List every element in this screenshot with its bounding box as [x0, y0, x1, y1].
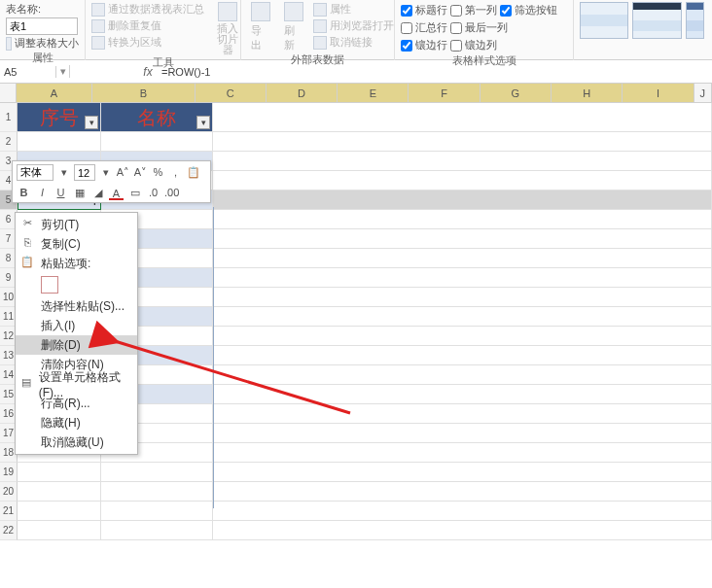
table-name-input[interactable]	[6, 17, 78, 35]
chk-header-row[interactable]: 标题行	[401, 3, 447, 17]
export-button[interactable]: 导出	[247, 2, 274, 52]
cells-rest-12[interactable]	[213, 327, 712, 346]
chk-first-col[interactable]: 第一列	[450, 3, 497, 17]
ctx-insert[interactable]: 插入(I)	[16, 316, 137, 335]
fx-icon[interactable]: fx	[138, 65, 158, 79]
dedup-button[interactable]: 删除重复值	[91, 18, 204, 33]
mini-fontcolor-button[interactable]: A	[109, 187, 124, 200]
cells-rest-11[interactable]	[213, 307, 712, 327]
resize-table-button[interactable]: 调整表格大小	[6, 36, 79, 51]
cells-rest-17[interactable]	[213, 424, 712, 443]
cell-B22[interactable]	[101, 521, 213, 540]
cells-rest-14[interactable]	[213, 365, 712, 385]
filter-button-B[interactable]: ▾	[196, 116, 210, 129]
mini-border-icon[interactable]: ▦	[72, 186, 87, 200]
header-cell-A1[interactable]: 序号▾	[18, 103, 101, 132]
ctx-hide[interactable]: 隐藏(H)	[16, 413, 137, 432]
mini-merge-icon[interactable]: ▭	[127, 186, 142, 200]
mini-decimal-inc-icon[interactable]: .0	[146, 186, 160, 200]
ctx-format-cells[interactable]: ▤设置单元格格式(F)...	[16, 374, 137, 394]
chk-banded-col[interactable]: 镶边列	[450, 38, 497, 52]
cells-rest-6[interactable]	[213, 210, 712, 229]
rowhead-21[interactable]: 21	[0, 502, 18, 521]
cells-rest-3[interactable]	[213, 152, 712, 171]
cell-B21[interactable]	[101, 502, 213, 521]
colhead-A[interactable]: A	[17, 84, 93, 103]
mini-decimal-dec-icon[interactable]: .00	[164, 186, 179, 200]
cell-B19[interactable]	[101, 463, 213, 482]
cells-rest-5[interactable]	[213, 190, 712, 210]
colhead-H[interactable]: H	[552, 84, 623, 103]
cell-A19[interactable]	[18, 463, 101, 482]
mini-underline-button[interactable]: U	[53, 186, 68, 200]
chk-banded-row[interactable]: 镶边行	[401, 38, 447, 52]
rowhead-20[interactable]: 20	[0, 482, 18, 502]
select-all-corner[interactable]	[0, 84, 17, 103]
mini-size-dropdown-icon[interactable]: ▾	[98, 165, 113, 180]
ext-props-button[interactable]: 属性	[313, 2, 394, 17]
refresh-button[interactable]: 刷新	[280, 2, 307, 52]
mini-comma-icon[interactable]: ,	[168, 165, 183, 180]
mini-font-select[interactable]	[17, 164, 53, 181]
insert-slicer-button[interactable]: 插入切片器	[210, 2, 245, 55]
chk-total-row[interactable]: 汇总行	[401, 20, 447, 35]
cells-rest-21[interactable]	[213, 502, 712, 521]
colhead-E[interactable]: E	[338, 84, 409, 103]
colhead-C[interactable]: C	[196, 84, 267, 103]
mini-grow-font-icon[interactable]: A˄	[116, 165, 130, 180]
cells-rest-19[interactable]	[213, 463, 712, 482]
colhead-D[interactable]: D	[267, 84, 338, 103]
mini-size-select[interactable]	[74, 164, 95, 181]
chk-filter[interactable]: 筛选按钮	[500, 3, 557, 17]
pivot-button[interactable]: 通过数据透视表汇总	[91, 2, 204, 17]
colhead-J[interactable]: J	[694, 84, 712, 103]
cells-rest-7[interactable]	[213, 229, 712, 249]
rowhead-22[interactable]: 22	[0, 521, 18, 540]
rowhead-19[interactable]: 19	[0, 463, 18, 482]
cells-rest-8[interactable]	[213, 249, 712, 268]
ctx-paste-options[interactable]: 📋粘贴选项:	[16, 254, 137, 273]
cells-rest-2[interactable]	[213, 132, 712, 152]
colhead-F[interactable]: F	[409, 84, 480, 103]
colhead-B[interactable]: B	[92, 84, 195, 103]
ctx-paste-clipboard[interactable]	[16, 273, 137, 296]
mini-bold-button[interactable]: B	[17, 186, 31, 200]
convert-button[interactable]: 转换为区域	[91, 35, 204, 50]
ctx-paste-special[interactable]: 选择性粘贴(S)...	[16, 296, 137, 316]
header-cell-B1[interactable]: 名称▾	[101, 103, 213, 132]
name-box[interactable]: A5	[0, 66, 56, 78]
cells-rest-18[interactable]	[213, 443, 712, 463]
cell-A20[interactable]	[18, 482, 101, 502]
table-style-swatch-2[interactable]	[632, 2, 681, 39]
open-browser-button[interactable]: 用浏览器打开	[313, 18, 394, 33]
cells-rest-13[interactable]	[213, 346, 712, 365]
mini-italic-button[interactable]: I	[35, 186, 50, 200]
ctx-cut[interactable]: ✂剪切(T)	[16, 215, 137, 234]
colhead-I[interactable]: I	[623, 84, 694, 103]
cells-rest-20[interactable]	[213, 482, 712, 502]
table-style-swatch-3[interactable]	[686, 2, 704, 39]
unlink-button[interactable]: 取消链接	[313, 35, 394, 50]
filter-button-A[interactable]: ▾	[85, 116, 98, 129]
cells-rest-4[interactable]	[213, 171, 712, 190]
rowhead-2[interactable]: 2	[0, 132, 18, 152]
cells-rest-22[interactable]	[213, 521, 712, 540]
ctx-unhide[interactable]: 取消隐藏(U)	[16, 432, 137, 452]
cell-A21[interactable]	[18, 502, 101, 521]
mini-font-dropdown-icon[interactable]: ▾	[56, 165, 71, 180]
ctx-delete[interactable]: 删除(D)	[16, 335, 137, 355]
mini-format-painter-icon[interactable]: 📋	[186, 165, 200, 180]
rowhead-1[interactable]: 1	[0, 103, 18, 132]
mini-percent-icon[interactable]: %	[151, 165, 165, 180]
formula-content[interactable]: =ROW()-1	[158, 66, 210, 78]
cells-rest-16[interactable]	[213, 404, 712, 424]
colhead-G[interactable]: G	[481, 84, 552, 103]
cell-B2[interactable]	[101, 132, 213, 152]
cell-A22[interactable]	[18, 521, 101, 540]
cells-rest-9[interactable]	[213, 268, 712, 288]
table-style-swatch-1[interactable]	[580, 2, 628, 39]
cells-rest-10[interactable]	[213, 288, 712, 307]
cell-B20[interactable]	[101, 482, 213, 502]
chk-last-col[interactable]: 最后一列	[450, 20, 508, 35]
mini-fillcolor-icon[interactable]: ◢	[90, 186, 105, 200]
